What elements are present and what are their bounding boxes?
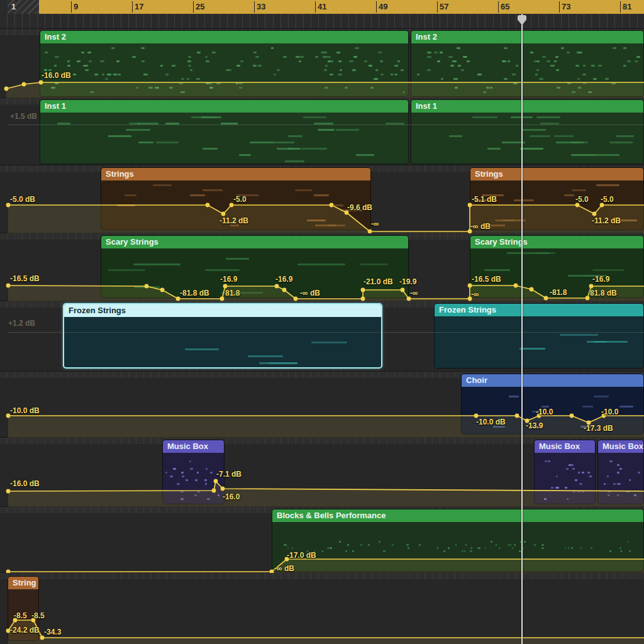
region-blocks-bells-1[interactable]: Blocks & Bells Performance (272, 509, 644, 572)
midi-note (636, 56, 640, 58)
midi-note (607, 475, 609, 477)
midi-note (453, 78, 457, 80)
region-inst-2-1[interactable]: Inst 2 (40, 30, 409, 97)
region-frozen-strings-2[interactable]: Frozen Strings (434, 303, 644, 369)
midi-note (321, 52, 325, 53)
automation-value-label: -24.2 dB (10, 626, 40, 635)
midi-note (307, 219, 326, 221)
region-name-label: Strings (470, 168, 643, 180)
midi-note (205, 269, 239, 271)
midi-note (240, 60, 244, 62)
midi-note (94, 74, 98, 75)
region-name-label: String (8, 577, 38, 589)
midi-note (375, 69, 378, 71)
midi-note (136, 87, 138, 89)
region-music-box-2[interactable]: Music Box (534, 440, 596, 504)
midi-note (132, 56, 135, 58)
midi-note (324, 69, 327, 71)
automation-line-dimmed (8, 125, 644, 125)
automation-value-label: -34.3 (44, 628, 61, 636)
midi-note (598, 65, 602, 67)
region-name-label: Inst 2 (40, 31, 408, 43)
midi-note (556, 69, 559, 71)
region-inst-1-2[interactable]: Inst 1 (411, 99, 644, 164)
automation-value-label: -16.0 (223, 492, 240, 501)
region-name-label: Inst 1 (40, 100, 408, 113)
track-lane-music-box[interactable]: Music BoxMusic BoxMusic Box-16.0 dB-7.1 … (0, 437, 644, 507)
region-scary-strings-1[interactable]: Scary Strings (101, 235, 409, 298)
region-name-label: Music Box (535, 440, 595, 453)
midi-note (619, 406, 633, 408)
midi-note (196, 78, 200, 80)
midi-note (539, 78, 543, 80)
automation-value-label: -81.8 (550, 288, 567, 297)
region-music-box-1[interactable]: Music Box (162, 440, 225, 504)
midi-note (594, 396, 608, 397)
track-lane-blocks-bells[interactable]: Blocks & Bells Performance-17.0 dB-∞ dB (0, 506, 644, 573)
automation-point[interactable] (4, 87, 9, 91)
ruler-bar-number: 73 (562, 2, 570, 11)
midi-note (274, 74, 276, 75)
automation-point[interactable] (22, 82, 26, 87)
midi-note (512, 547, 513, 549)
playhead-line[interactable] (521, 14, 523, 644)
midi-note (301, 148, 328, 150)
midi-note (490, 87, 493, 89)
midi-note (253, 52, 257, 53)
midi-note (554, 135, 574, 137)
region-name-label: Frozen Strings (64, 304, 381, 317)
track-lane-frozen-strings[interactable]: Frozen StringsFrozen Strings+1.2 dB (0, 301, 644, 372)
midi-note (544, 498, 547, 500)
midi-note (177, 483, 180, 485)
automation-value-label: -7.1 dB (216, 470, 242, 479)
track-lane-inst-2[interactable]: Inst 2Inst 2-16.0 dB (0, 28, 644, 98)
region-inst-2-2[interactable]: Inst 2 (411, 30, 644, 97)
midi-note (102, 74, 104, 75)
midi-note (100, 60, 104, 62)
midi-note (443, 550, 445, 552)
midi-note (380, 60, 383, 62)
cycle-region-band[interactable] (39, 0, 644, 14)
automation-value-label: -5.0 (575, 195, 589, 204)
midi-note (611, 82, 616, 84)
region-frozen-strings-1[interactable]: Frozen Strings (63, 303, 382, 369)
track-lane-strings[interactable]: StringsStrings-5.0 dB-5.0-11.2 dB-9.6 dB… (0, 165, 644, 233)
midi-note (179, 82, 183, 84)
midi-note (555, 56, 558, 58)
midi-note (583, 65, 586, 67)
midi-note (477, 74, 480, 75)
midi-note (572, 189, 586, 191)
beat-grid-strip[interactable] (0, 14, 644, 29)
midi-note (239, 154, 251, 156)
midi-note (182, 475, 184, 477)
region-inst-1-1[interactable]: Inst 1 (40, 99, 409, 164)
automation-value-label: 81.8 (225, 289, 240, 297)
automation-line[interactable] (8, 620, 644, 638)
track-lane-choir[interactable]: Choir-10.0 dB-10.0 dB-13.9-10.0-17.3 dB-… (0, 371, 644, 438)
track-lane-inst-1[interactable]: Inst 1Inst 1+1.5 dB (0, 97, 644, 165)
midi-note (567, 498, 569, 500)
automation-point[interactable] (6, 284, 11, 288)
track-lane-string[interactable]: String-8.5-8.5-24.2 dB-34.3 (0, 572, 644, 644)
midi-note (360, 264, 388, 265)
midi-note (153, 184, 172, 186)
region-name-label: Scary Strings (470, 236, 643, 248)
midi-note (325, 87, 328, 89)
midi-note (392, 544, 394, 546)
midi-note (536, 69, 539, 71)
lane-beat-grid (0, 573, 644, 579)
track-lane-scary-strings[interactable]: Scary StringsScary Strings-16.5 dB-81.8 … (0, 233, 644, 301)
midi-note (180, 91, 185, 93)
midi-note (589, 475, 592, 477)
midi-note (368, 65, 372, 67)
region-music-box-3[interactable]: Music Box (597, 440, 644, 504)
automation-point[interactable] (6, 489, 11, 494)
midi-note (605, 78, 609, 80)
midi-note (349, 60, 353, 62)
automation-value-label: -∞ dB (274, 564, 294, 573)
midi-note (608, 494, 610, 496)
midi-note (355, 47, 359, 49)
midi-note (455, 87, 457, 89)
bar-ruler[interactable]: 19172533414957657381 (0, 0, 644, 14)
midi-note (491, 541, 492, 543)
